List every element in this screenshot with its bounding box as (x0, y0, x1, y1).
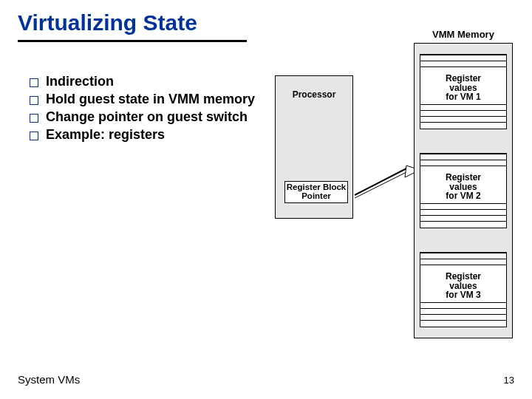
list-item: Example: registers (30, 127, 259, 143)
bullet-icon (30, 96, 38, 105)
arrow-icon (353, 160, 420, 204)
title-underline (18, 40, 247, 42)
bullet-text: Hold guest state in VMM memory (46, 92, 255, 108)
memory-block-label: Register values for VM 1 (420, 73, 507, 104)
slide: Virtualizing State Indirection Hold gues… (0, 0, 532, 399)
memory-block-line: Register (420, 74, 506, 83)
vmm-memory-title: VMM Memory (415, 29, 512, 40)
bullet-text: Change pointer on guest switch (46, 109, 248, 126)
register-block-line1: Register Block (285, 183, 347, 192)
bullet-text: Example: registers (46, 127, 165, 143)
bullet-icon (30, 114, 38, 123)
memory-block-label: Register values for VM 3 (420, 271, 507, 302)
svg-line-0 (355, 168, 406, 195)
bullet-icon (30, 132, 38, 140)
memory-block-line: for VM 2 (420, 191, 506, 201)
processor-label: Processor (276, 89, 352, 100)
page-number: 13 (504, 375, 514, 386)
footer-left: System VMs (18, 373, 80, 386)
bullet-icon (30, 78, 38, 87)
memory-block: Register values for VM 1 (420, 54, 507, 134)
memory-block: Register values for VM 2 (420, 153, 507, 233)
vmm-memory-box: VMM Memory Register values for VM 1 (414, 43, 513, 338)
memory-block-line: for VM 1 (420, 92, 506, 102)
list-item: Indirection (30, 74, 259, 90)
memory-block: Register values for VM 3 (420, 252, 507, 332)
memory-block-line: Register (420, 173, 506, 183)
register-block-pointer: Register Block Pointer (284, 181, 348, 203)
bullet-text: Indirection (46, 74, 114, 90)
memory-block-line: for VM 3 (420, 290, 506, 300)
memory-block-label: Register values for VM 2 (420, 172, 507, 203)
bullet-list: Indirection Hold guest state in VMM memo… (30, 74, 259, 145)
register-block-line2: Pointer (285, 191, 347, 201)
list-item: Change pointer on guest switch (30, 109, 259, 126)
processor-box: Processor Register Block Pointer (275, 75, 353, 219)
list-item: Hold guest state in VMM memory (30, 92, 259, 108)
memory-block-line: Register (420, 272, 506, 282)
svg-line-1 (355, 172, 406, 198)
